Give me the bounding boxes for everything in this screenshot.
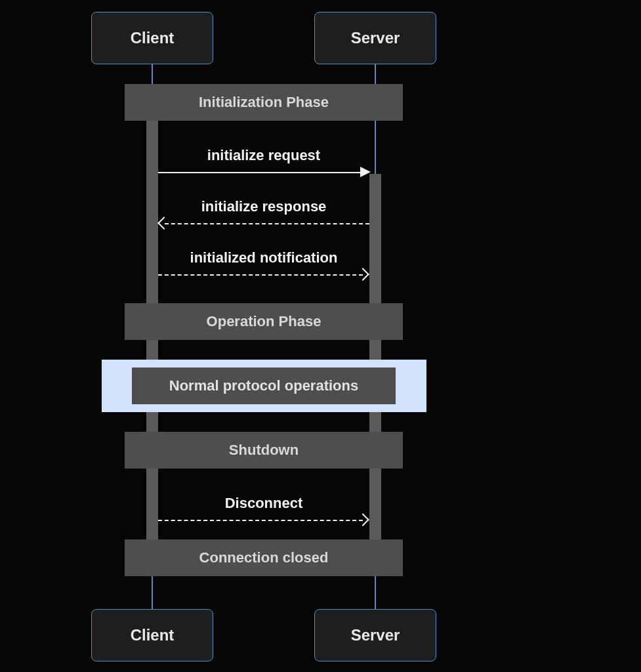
msg-disconnect-line	[158, 520, 363, 521]
phase-connection-closed: Connection closed	[125, 539, 403, 576]
msg-initialized-notification-arrowhead-icon	[356, 268, 369, 281]
phase-shutdown: Shutdown	[125, 432, 403, 469]
msg-disconnect-arrowhead-icon	[356, 513, 369, 526]
msg-initialize-request-line	[158, 172, 363, 173]
actor-client-bottom: Client	[91, 609, 213, 662]
msg-initialize-response-line	[165, 223, 369, 224]
phase-initialization-label: Initialization Phase	[199, 94, 329, 111]
msg-initialized-notification-label: initialized notification	[139, 249, 388, 266]
sequence-diagram: Client Server Initialization Phase initi…	[0, 0, 641, 672]
actor-server-label: Server	[351, 29, 400, 47]
msg-disconnect-label: Disconnect	[139, 495, 388, 512]
phase-connection-closed-label: Connection closed	[199, 549, 329, 566]
msg-initialized-notification-line	[158, 274, 363, 276]
msg-initialize-request-label: initialize request	[139, 147, 388, 164]
phase-shutdown-label: Shutdown	[229, 442, 299, 459]
actor-client-top: Client	[91, 12, 213, 64]
actor-client-label: Client	[131, 29, 175, 47]
note-normal-ops-label: Normal protocol operations	[169, 377, 358, 394]
actor-server-top: Server	[314, 12, 436, 64]
server-activation-1	[369, 174, 381, 303]
actor-client-bottom-label: Client	[131, 626, 175, 644]
note-normal-ops: Normal protocol operations	[132, 368, 396, 404]
phase-operation: Operation Phase	[125, 303, 403, 340]
phase-operation-label: Operation Phase	[207, 313, 321, 330]
actor-server-bottom: Server	[314, 609, 436, 662]
actor-server-bottom-label: Server	[351, 626, 400, 644]
msg-initialize-request-arrowhead-icon	[360, 167, 371, 177]
msg-initialize-response-label: initialize response	[139, 198, 388, 215]
msg-initialize-response-arrowhead-icon	[157, 217, 171, 230]
phase-initialization: Initialization Phase	[125, 84, 403, 121]
